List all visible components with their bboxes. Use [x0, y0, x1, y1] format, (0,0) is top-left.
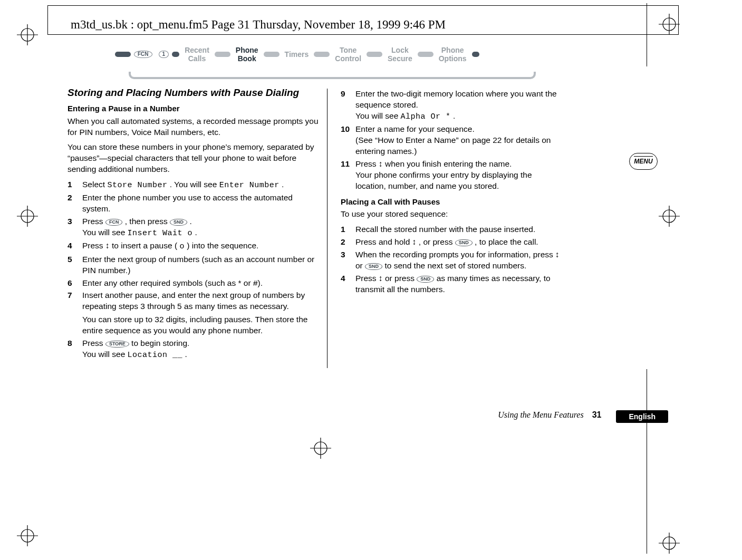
register-mark-top-left: [17, 24, 38, 45]
nav-lock-secure: Lock Secure: [388, 46, 412, 63]
steps-list: 1 Select Store Number . You will see Ent…: [68, 179, 322, 361]
step-text: Select: [82, 180, 107, 189]
register-mark-bottom-left: [17, 525, 38, 546]
snd-key-icon: SND: [455, 239, 473, 246]
register-mark-top-right: [659, 14, 680, 35]
step-text: to begin storing.: [131, 339, 189, 347]
fcn-key-icon: FCN: [134, 51, 152, 58]
step-text: Press: [82, 241, 105, 250]
step-note: .: [195, 228, 197, 237]
steps-list-continued: 9 Enter the two-digit memory location wh…: [341, 89, 564, 192]
fcn-label: FCN: [134, 51, 152, 58]
step-item: 6 Enter any other required symbols (such…: [68, 278, 322, 289]
crop-line: [647, 3, 647, 66]
screen-text: Insert Wait o: [128, 229, 193, 238]
nav-label: Options: [439, 54, 467, 63]
step-note: Your phone confirms your entry by displa…: [355, 170, 564, 192]
step-note: You can store up to 32 digits, including…: [82, 314, 322, 336]
step-item: 3 When the recording prompts you for inf…: [341, 249, 564, 272]
nav-cap-left: [115, 52, 131, 57]
nav-cap-right: [472, 52, 479, 57]
register-mark-left-1: [17, 206, 38, 227]
step-item: 3 Press FCN , then press SND . You will …: [68, 216, 322, 239]
footer-page-number: 31: [592, 410, 602, 420]
nav-recent-calls: Recent Calls: [185, 46, 209, 63]
nav-label: Phone: [439, 46, 467, 54]
nav-connector: [314, 52, 330, 57]
nav-label: Recent: [185, 46, 209, 54]
step-text: .: [282, 180, 284, 189]
footer-language-badge: English: [616, 410, 668, 423]
scroll-key-icon: ↕: [555, 250, 560, 259]
nav-label: Book: [236, 54, 258, 63]
step-item: 1 Select Store Number . You will see Ent…: [68, 179, 322, 191]
step-note: You will see: [82, 228, 128, 237]
nav-phone-book: Phone Book: [236, 46, 258, 63]
nav-timers: Timers: [285, 50, 309, 59]
step-text: , then press: [125, 217, 170, 226]
step-item: 4 Press ↕ or press SND as many times as …: [341, 273, 564, 295]
step-item: 7 Insert another pause, and enter the ne…: [68, 290, 322, 336]
step-text: or press: [385, 274, 417, 283]
nav-connector: [172, 52, 179, 57]
step-text: Recall the stored number with the pause …: [355, 224, 564, 235]
nav-label: Timers: [285, 50, 309, 59]
step-text: Press: [355, 274, 379, 283]
one-key-icon: 1: [159, 51, 169, 58]
register-mark-right-1: [659, 206, 680, 227]
step-item: 8 Press STORE to begin storing. You will…: [68, 338, 322, 361]
step-text: .: [189, 217, 191, 226]
pause-char: o: [179, 242, 185, 251]
step-text: ) into the sequence.: [187, 241, 258, 250]
step-note: .: [453, 111, 455, 120]
register-mark-bottom-right: [659, 533, 680, 554]
step-note: .: [185, 350, 187, 359]
step-item: 4 Press ↕ to insert a pause ( o ) into t…: [68, 240, 322, 252]
screen-text: Enter Number: [219, 181, 280, 190]
step-item: 2 Enter the phone number you use to acce…: [68, 192, 322, 215]
menu-badge-label: MENU: [634, 158, 652, 165]
step-text: Press: [82, 217, 105, 226]
step-text: Press: [82, 339, 105, 347]
footer-section-title: Using the Menu Features: [498, 410, 583, 420]
nav-label: Control: [335, 54, 361, 63]
nav-underbar: [129, 72, 536, 79]
right-column: 9 Enter the two-digit memory location wh…: [331, 87, 574, 362]
snd-key-icon: SND: [365, 263, 382, 270]
scroll-key-icon: ↕: [379, 159, 383, 168]
running-head: m3td_us.bk : opt_menu.fm5 Page 31 Thursd…: [71, 18, 446, 32]
screen-text: Store Number: [107, 181, 167, 190]
store-key-icon: STORE: [105, 341, 129, 347]
step-note: You will see: [82, 350, 128, 359]
step-text: or: [355, 261, 365, 270]
step-text: Enter the two-digit memory location wher…: [355, 89, 557, 109]
nav-connector: [367, 52, 382, 57]
step-item: 5 Enter the next group of numbers (such …: [68, 254, 322, 276]
step-text: to send the next set of stored numbers.: [384, 261, 526, 270]
one-label: 1: [159, 51, 169, 58]
snd-key-icon: SND: [417, 276, 434, 283]
step-item: 9 Enter the two-digit memory location wh…: [341, 89, 564, 122]
nav-phone-options: Phone Options: [439, 46, 467, 63]
step-note: (See “How to Enter a Name” on page 22 fo…: [355, 135, 564, 157]
nav-label: Calls: [185, 54, 209, 63]
step-text: Press and hold: [355, 237, 412, 246]
step-text: When the recording prompts you for infor…: [355, 250, 555, 259]
left-column: Storing and Placing Numbers with Pause D…: [68, 87, 331, 362]
step-text: . You will see: [170, 180, 219, 189]
nav-label: Secure: [388, 54, 412, 63]
step-item: 10 Enter a name for your sequence. (See …: [341, 124, 564, 157]
nav-connector: [215, 52, 230, 57]
nav-connector: [264, 52, 280, 57]
step-text: Enter a name for your sequence.: [355, 124, 475, 133]
step-text: Insert another pause, and enter the next…: [82, 291, 305, 311]
fcn-key-icon: FCN: [105, 219, 123, 226]
nav-tone-control: Tone Control: [335, 46, 361, 63]
step-text: Enter the phone number you use to access…: [82, 192, 322, 215]
step-text: , to place the call.: [475, 237, 538, 246]
step-item: 11 Press ↕ when you finish entering the …: [341, 159, 564, 192]
nav-connector: [418, 52, 433, 57]
step-text: Press: [355, 159, 379, 168]
snd-key-icon: SND: [170, 219, 187, 226]
body-paragraph: When you call automated systems, a recor…: [68, 116, 322, 138]
